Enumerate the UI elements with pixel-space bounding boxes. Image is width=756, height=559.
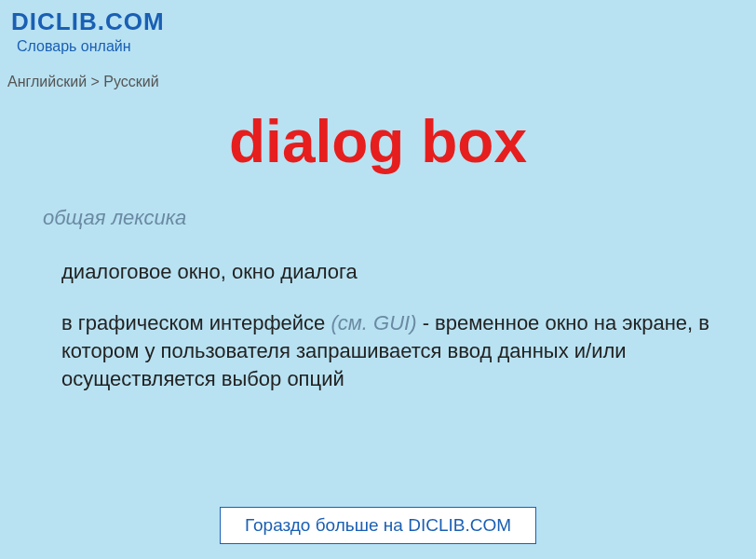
site-logo[interactable]: DICLIB.COM bbox=[11, 7, 745, 36]
entry-title: dialog box bbox=[0, 107, 756, 176]
site-header: DICLIB.COM Словарь онлайн bbox=[0, 0, 756, 55]
breadcrumb[interactable]: Английский > Русский bbox=[7, 74, 756, 90]
definition-secondary: в графическом интерфейсе (см. GUI) - вре… bbox=[61, 309, 713, 392]
category-label: общая лексика bbox=[43, 204, 713, 232]
entry-content: общая лексика диалоговое окно, окно диал… bbox=[0, 204, 756, 392]
more-on-diclib-button[interactable]: Гораздо больше на DICLIB.COM bbox=[220, 507, 536, 544]
cta-wrapper: Гораздо больше на DICLIB.COM bbox=[0, 507, 756, 544]
definition-text-part1: в графическом интерфейсе bbox=[61, 311, 331, 334]
see-reference[interactable]: (см. GUI) bbox=[331, 311, 416, 334]
site-tagline: Словарь онлайн bbox=[17, 38, 745, 55]
definition-primary: диалоговое окно, окно диалога bbox=[61, 258, 713, 286]
